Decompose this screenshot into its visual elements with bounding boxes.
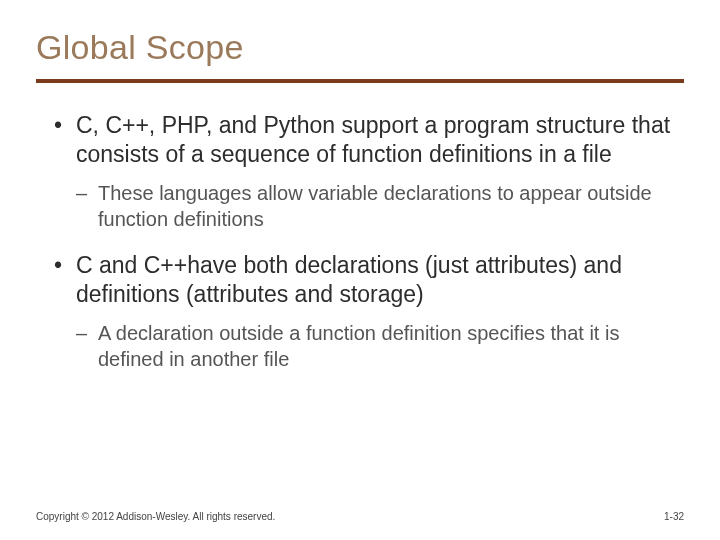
slide: Global Scope C, C++, PHP, and Python sup… bbox=[0, 0, 720, 540]
sub-bullet-list: These languages allow variable declarati… bbox=[76, 180, 678, 233]
sub-bullet-item: A declaration outside a function definit… bbox=[76, 320, 678, 373]
slide-content: C, C++, PHP, and Python support a progra… bbox=[36, 111, 684, 372]
bullet-text: C, C++, PHP, and Python support a progra… bbox=[76, 112, 670, 167]
bullet-item: C and C++have both declarations (just at… bbox=[54, 251, 678, 373]
slide-footer: Copyright © 2012 Addison-Wesley. All rig… bbox=[36, 511, 684, 522]
bullet-list: C, C++, PHP, and Python support a progra… bbox=[54, 111, 678, 372]
sub-bullet-list: A declaration outside a function definit… bbox=[76, 320, 678, 373]
title-underline bbox=[36, 79, 684, 83]
page-number: 1-32 bbox=[664, 511, 684, 522]
bullet-text: C and C++have both declarations (just at… bbox=[76, 252, 622, 307]
copyright-text: Copyright © 2012 Addison-Wesley. All rig… bbox=[36, 511, 275, 522]
slide-title: Global Scope bbox=[36, 28, 684, 67]
bullet-item: C, C++, PHP, and Python support a progra… bbox=[54, 111, 678, 233]
sub-bullet-item: These languages allow variable declarati… bbox=[76, 180, 678, 233]
